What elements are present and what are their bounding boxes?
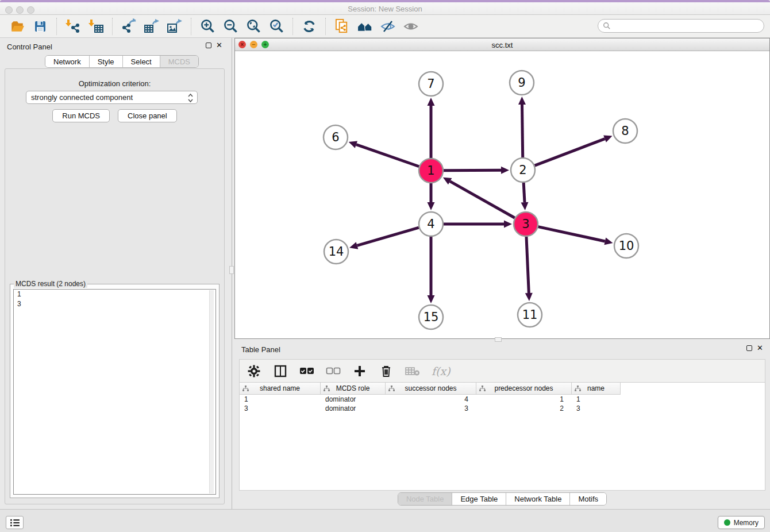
edge-2-8[interactable] [535, 139, 605, 166]
task-history-button[interactable] [6, 516, 24, 529]
zoom-fit-button[interactable] [245, 18, 262, 35]
edge-3-10[interactable] [538, 227, 605, 241]
column-header-successor-nodes[interactable]: successor nodes [386, 383, 476, 395]
arrowhead [501, 167, 509, 174]
run-mcds-button[interactable]: Run MCDS [52, 109, 110, 122]
tab-node-table[interactable]: Node Table [398, 493, 453, 505]
import-network-button[interactable] [64, 18, 82, 35]
control-panel-float-button[interactable] [206, 43, 211, 48]
result-scrollbar[interactable] [209, 290, 214, 494]
search-icon [603, 22, 611, 30]
column-type-icon [479, 385, 486, 392]
column-header-label: predecessor nodes [494, 384, 553, 392]
tab-style[interactable]: Style [90, 56, 123, 67]
edge-4-14[interactable] [357, 228, 418, 245]
window-titlebar: Session: New Session [0, 2, 770, 15]
edge-2-3[interactable] [523, 183, 525, 202]
table-cell[interactable]: 3 [240, 404, 321, 413]
eye-icon [403, 18, 419, 34]
table-row[interactable]: 1dominator411 [240, 395, 765, 404]
export-image-button[interactable] [166, 18, 183, 35]
save-session-button[interactable] [32, 18, 49, 35]
zoom-selected-button[interactable] [268, 18, 285, 35]
edge-3-11[interactable] [526, 237, 529, 293]
optimization-criterion-select[interactable]: strongly connected component [26, 91, 198, 104]
mcds-result-list[interactable]: 13 [13, 289, 216, 495]
control-panel-close-button[interactable]: ✕ [216, 43, 222, 48]
close-panel-button[interactable]: Close panel [118, 109, 177, 122]
mcds-result-title: MCDS result (2 nodes) [14, 280, 87, 288]
edge-2-9[interactable] [522, 105, 523, 157]
tab-select[interactable]: Select [123, 56, 160, 67]
table-header-row: shared nameMCDS rolesuccessor nodesprede… [240, 383, 765, 395]
export-table-icon [144, 18, 160, 34]
show-all-button[interactable] [402, 18, 419, 35]
unselect-all-columns-button[interactable] [326, 364, 341, 379]
clone-network-button[interactable] [333, 18, 351, 35]
delete-table-button[interactable] [405, 364, 420, 379]
splitter-grip[interactable] [495, 337, 502, 342]
function-builder-button[interactable]: f(x) [432, 364, 451, 379]
network-graph[interactable]: 7968124314101511 [235, 51, 769, 338]
delete-table-icon [405, 366, 420, 376]
column-header-shared-name[interactable]: shared name [240, 383, 321, 395]
hide-selected-button[interactable] [379, 18, 396, 35]
node-label-14: 14 [329, 245, 344, 259]
delete-column-button[interactable] [379, 364, 394, 379]
refresh-icon [302, 19, 317, 34]
search-input[interactable] [598, 19, 764, 33]
show-column-button[interactable] [273, 364, 288, 379]
gear-icon [248, 365, 260, 377]
table-cell[interactable]: 1 [476, 395, 572, 404]
zoom-out-button[interactable] [222, 18, 239, 35]
unchecked-boxes-icon [326, 367, 341, 375]
memory-button[interactable]: Memory [718, 516, 765, 529]
control-panel-title: Control Panel [7, 43, 52, 51]
table-cell[interactable]: dominator [321, 395, 386, 404]
splitter-grip[interactable] [229, 266, 234, 274]
tab-mcds[interactable]: MCDS [160, 56, 198, 67]
table-cell[interactable]: 4 [386, 395, 476, 404]
export-network-button[interactable] [120, 18, 137, 35]
edge-1-2[interactable] [444, 170, 501, 171]
first-neighbors-button[interactable] [356, 18, 374, 35]
table-panel-float-button[interactable] [746, 345, 752, 351]
table-cell[interactable]: 3 [572, 404, 621, 413]
column-header-label: successor nodes [405, 384, 456, 392]
node-label-7: 7 [427, 77, 434, 91]
tab-edge-table[interactable]: Edge Table [452, 493, 506, 505]
table-cell[interactable]: 1 [572, 395, 621, 404]
node-table[interactable]: shared nameMCDS rolesuccessor nodesprede… [239, 382, 765, 491]
tab-network[interactable]: Network [45, 56, 90, 67]
table-cell[interactable]: 3 [386, 404, 476, 413]
export-table-button[interactable] [143, 18, 160, 35]
table-panel-close-button[interactable]: ✕ [757, 345, 763, 351]
arrowhead [428, 98, 435, 106]
column-type-icon [242, 385, 249, 392]
table-cell[interactable]: dominator [321, 404, 386, 413]
edge-3-1[interactable] [450, 182, 515, 218]
list-icon [10, 519, 20, 527]
table-cell[interactable]: 2 [476, 404, 572, 413]
table-options-gear-button[interactable] [247, 364, 261, 379]
houses-icon [357, 18, 374, 34]
network-canvas[interactable]: 7968124314101511 [235, 51, 769, 338]
tab-motifs[interactable]: Motifs [570, 493, 606, 505]
zoom-in-button[interactable] [199, 18, 216, 35]
column-header-label: name [587, 384, 605, 392]
column-header-name[interactable]: name [572, 383, 621, 395]
import-table-button[interactable] [87, 18, 105, 35]
trash-icon [380, 365, 392, 377]
vertical-splitter[interactable] [229, 38, 234, 509]
tab-network-table[interactable]: Network Table [506, 493, 570, 505]
open-file-button[interactable] [9, 18, 26, 35]
apply-layout-button[interactable] [301, 18, 318, 35]
table-row[interactable]: 3dominator323 [240, 404, 765, 413]
select-all-columns-button[interactable] [299, 364, 314, 379]
column-header-MCDS-role[interactable]: MCDS role [321, 383, 386, 395]
edge-1-6[interactable] [356, 145, 419, 167]
arrowhead [504, 221, 512, 228]
column-header-predecessor-nodes[interactable]: predecessor nodes [476, 383, 572, 395]
add-column-button[interactable] [352, 364, 367, 379]
table-cell[interactable]: 1 [240, 395, 321, 404]
